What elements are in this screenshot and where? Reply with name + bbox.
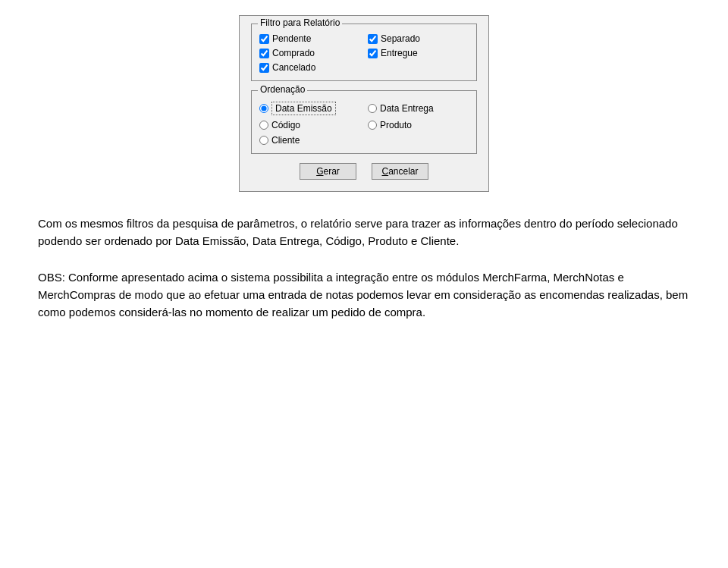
cancelar-button[interactable]: Cancelar xyxy=(372,163,428,180)
radio-data-entrega-label[interactable]: Data Entrega xyxy=(368,102,469,115)
radio-data-emissao-text: Data Emissão xyxy=(271,102,336,115)
filter-legend: Filtro para Relatório xyxy=(258,17,342,28)
checkbox-comprado[interactable] xyxy=(259,49,269,58)
radio-codigo-text: Código xyxy=(271,120,300,130)
radio-cliente-text: Cliente xyxy=(271,135,300,146)
radio-produto-label[interactable]: Produto xyxy=(368,120,469,130)
checkbox-pendente[interactable] xyxy=(259,34,269,44)
paragraph-1: Com os mesmos filtros da pesquisa de par… xyxy=(38,215,690,250)
gerar-button[interactable]: Gerar xyxy=(300,163,356,180)
button-row: Gerar Cancelar xyxy=(251,163,477,180)
paragraph-obs: OBS: Conforme apresentado acima o sistem… xyxy=(38,268,690,322)
checkbox-pendente-text: Pendente xyxy=(272,33,311,44)
content-section: Com os mesmos filtros da pesquisa de par… xyxy=(38,215,690,321)
checkbox-cancelado[interactable] xyxy=(259,63,269,73)
checkbox-separado-text: Separado xyxy=(381,33,420,44)
checkbox-pendente-label[interactable]: Pendente xyxy=(259,33,360,44)
checkbox-comprado-text: Comprado xyxy=(272,48,315,58)
radio-data-emissao[interactable] xyxy=(259,104,268,113)
radio-produto[interactable] xyxy=(368,121,377,130)
checkbox-cancelado-label[interactable]: Cancelado xyxy=(259,62,360,73)
checkbox-comprado-label[interactable]: Comprado xyxy=(259,48,360,58)
checkbox-separado-label[interactable]: Separado xyxy=(368,33,469,44)
order-fieldset: Ordenação Data Emissão Data Entrega Códi… xyxy=(251,90,477,154)
checkbox-separado[interactable] xyxy=(368,34,378,44)
radio-cliente-label[interactable]: Cliente xyxy=(259,135,360,146)
radio-grid: Data Emissão Data Entrega Código Produto xyxy=(259,102,469,146)
radio-codigo-label[interactable]: Código xyxy=(259,120,360,130)
radio-codigo[interactable] xyxy=(259,121,268,130)
checkbox-entregue-text: Entregue xyxy=(381,48,418,58)
checkbox-cancelado-text: Cancelado xyxy=(272,62,315,73)
radio-data-entrega-text: Data Entrega xyxy=(380,103,434,114)
dialog-container: Filtro para Relatório Pendente Separado … xyxy=(30,15,698,192)
cancelar-underline: Cancelar xyxy=(381,166,418,177)
checkbox-entregue[interactable] xyxy=(368,49,378,58)
gerar-underline: Gerar xyxy=(316,166,340,177)
order-legend: Ordenação xyxy=(258,84,307,95)
filter-fieldset: Filtro para Relatório Pendente Separado … xyxy=(251,24,477,81)
checkbox-grid: Pendente Separado Comprado Entregue xyxy=(259,33,469,73)
radio-data-entrega[interactable] xyxy=(368,104,377,113)
radio-data-emissao-label[interactable]: Data Emissão xyxy=(259,102,360,115)
checkbox-entregue-label[interactable]: Entregue xyxy=(368,48,469,58)
dialog-box: Filtro para Relatório Pendente Separado … xyxy=(239,15,489,192)
radio-cliente[interactable] xyxy=(259,136,268,145)
radio-produto-text: Produto xyxy=(380,120,412,130)
